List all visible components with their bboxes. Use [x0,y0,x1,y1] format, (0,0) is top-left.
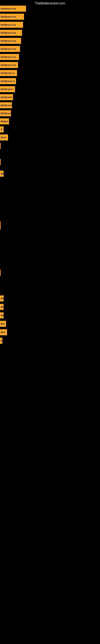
bottleneck-bar-12: Bottleneck r [0,102,12,108]
bottleneck-bar-23: Bo [0,304,3,310]
bottleneck-bar-22: Bo [0,296,3,302]
bar-row-15: B [0,126,3,132]
bar-row-7: Bottleneck res [0,62,18,68]
bar-row-10: Bottleneck r [0,86,15,92]
bar-label-0: Bottleneck res [1,8,16,10]
bar-row-3: Bottleneck res [0,30,22,36]
bottleneck-bar-25: Bot [0,321,6,327]
bottleneck-bar-3: Bottleneck res [0,30,22,36]
bar-row-5: Bottleneck res [0,46,20,52]
bar-label-22: Bo [1,297,3,300]
bottleneck-bar-14: Bottlen [0,118,9,124]
bar-label-3: Bottleneck res [1,32,16,34]
bar-row-19: Bo [0,171,3,177]
bar-label-1: Bottleneck res [1,16,16,18]
bar-row-13: Bottleneck [0,110,11,116]
bar-label-12: Bottleneck r [1,104,12,106]
bar-row-27: B [0,338,2,344]
bottleneck-bar-17 [0,143,0,149]
bar-label-11: Bottleneck [1,96,12,98]
bar-row-2: Bottleneck res [0,22,23,28]
bottleneck-bar-1: Bottleneck res [0,14,24,20]
bottleneck-bar-0: Bottleneck res [0,6,26,12]
bottleneck-bar-16: Bottl [0,134,8,140]
bar-row-11: Bottleneck [0,94,13,100]
bar-row-16: Bottl [0,134,8,140]
bottleneck-bar-2: Bottleneck res [0,22,23,28]
bar-label-19: Bo [1,172,3,175]
bottleneck-bar-7: Bottleneck res [0,62,18,68]
bar-label-25: Bot [1,322,4,325]
bottleneck-bar-20 [0,222,0,230]
bar-label-10: Bottleneck r [1,88,14,90]
bottleneck-bar-13: Bottleneck [0,110,11,116]
bottleneck-bar-10: Bottleneck r [0,86,15,92]
bar-row-4: Bottleneck res [0,38,21,44]
bar-label-6: Bottleneck res [1,56,16,58]
bar-row-14: Bottlen [0,118,9,124]
bar-label-4: Bottleneck res [1,40,16,42]
bar-label-26: Bott [1,331,5,334]
bottleneck-bar-24: Bo [0,312,3,318]
bottleneck-bar-21 [0,270,0,276]
bar-label-7: Bottleneck res [1,64,16,66]
bottleneck-bar-11: Bottleneck [0,94,13,100]
bar-label-23: Bo [1,306,3,308]
bar-row-24: Bo [0,312,3,318]
bar-row-25: Bot [0,321,6,327]
bottleneck-bar-6: Bottleneck res [0,54,19,60]
bar-label-27: B [1,340,2,342]
bar-label-24: Bo [1,314,3,316]
bar-row-9: Bottleneck re [0,78,16,84]
bar-label-16: Bottl [1,136,6,139]
bottleneck-bar-15: B [0,126,3,132]
bar-row-0: Bottleneck res [0,6,26,12]
bottleneck-bar-5: Bottleneck res [0,46,20,52]
bar-row-6: Bottleneck res [0,54,19,60]
bar-label-13: Bottleneck [1,112,11,114]
bar-label-2: Bottleneck res [1,24,16,26]
bottleneck-bar-4: Bottleneck res [0,38,21,44]
bar-row-23: Bo [0,304,3,310]
bar-row-26: Bott [0,329,7,335]
bar-label-8: Bottleneck re [1,72,15,74]
bottleneck-bar-8: Bottleneck re [0,70,17,76]
bar-row-1: Bottleneck res [0,14,24,20]
bar-label-9: Bottleneck re [1,80,15,82]
bar-row-12: Bottleneck r [0,102,12,108]
bar-row-8: Bottleneck re [0,70,17,76]
bottleneck-bar-19: Bo [0,171,3,177]
bottleneck-bar-27: B [0,338,2,344]
bottleneck-bar-26: Bott [0,329,7,335]
bottleneck-bar-18 [0,159,0,165]
bar-label-15: B [1,128,2,130]
bar-label-14: Bottlen [1,120,8,122]
bar-row-22: Bo [0,296,3,302]
bar-label-5: Bottleneck res [1,48,16,50]
bottleneck-bar-9: Bottleneck re [0,78,16,84]
